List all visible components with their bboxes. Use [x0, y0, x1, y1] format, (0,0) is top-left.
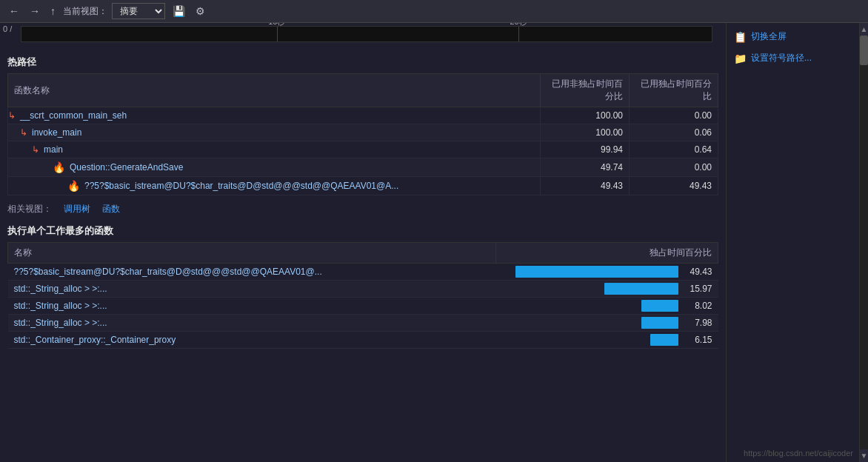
table-row[interactable]: 🔥 ??5?$basic_istream@DU?$char_traits@D@s…	[8, 177, 718, 195]
table-row[interactable]: std::_String_alloc > >:... 7.98	[8, 315, 718, 332]
col-func-name: 函数名称	[8, 74, 541, 107]
symbol-path-item[interactable]: 📁 设置符号路径...	[731, 50, 855, 66]
scrollbar-track	[860, 36, 868, 449]
exclusive-val: 49.43	[630, 177, 718, 195]
symbol-path-icon: 📁	[734, 53, 747, 64]
bar-visual	[515, 266, 678, 278]
table-row[interactable]: std::_String_alloc > >:... 15.97	[8, 281, 718, 298]
back-button[interactable]: ←	[6, 4, 22, 19]
table-row[interactable]: ↳ invoke_main 100.00 0.06	[8, 124, 718, 141]
watermark: https://blog.csdn.net/caijicoder	[744, 449, 853, 458]
table-row[interactable]: ↳ main 99.94 0.64	[8, 141, 718, 158]
forward-button[interactable]: →	[27, 4, 43, 19]
func-name-text: std::_String_alloc > >:...	[14, 284, 107, 294]
func-name-text: invoke_main	[32, 127, 81, 138]
bar-visual	[641, 300, 678, 312]
func-name-text: std::_Container_proxy::_Container_proxy	[14, 335, 176, 345]
timeline-bar: 0 / 10秒 20秒	[0, 23, 726, 51]
call-tree-link[interactable]: 调用树	[64, 203, 90, 215]
arrow-icon: ↳	[8, 110, 16, 121]
table-row[interactable]: std::_String_alloc > >:... 8.02	[8, 298, 718, 315]
table-row[interactable]: ??5?$basic_istream@DU?$char_traits@D@std…	[8, 264, 718, 281]
symbol-path-label: 设置符号路径...	[751, 52, 812, 64]
busiest-title: 执行单个工作最多的函数	[7, 224, 718, 238]
bar-value: 8.02	[684, 301, 712, 311]
hot-path-table: 函数名称 已用非独占时间百分比 已用独占时间百分比 ↳ __scrt_commo…	[7, 73, 718, 195]
busiest-table: 名称 独占时间百分比 ??5?$basic_istream@DU?$char_t…	[7, 242, 718, 349]
col-inclusive: 已用非独占时间百分比	[541, 74, 630, 107]
scrollbar-thumb	[860, 36, 868, 65]
scroll-down-arrow[interactable]: ▼	[861, 449, 868, 462]
inclusive-val: 100.00	[541, 107, 630, 124]
hot-path-section: 热路径 函数名称 已用非独占时间百分比 已用独占时间百分比	[0, 51, 726, 198]
func-name-text: main	[44, 144, 63, 155]
view-selector[interactable]: 摘要	[112, 3, 165, 19]
exclusive-val: 0.00	[630, 158, 718, 177]
exclusive-val: 0.00	[630, 107, 718, 124]
bar-value: 6.15	[684, 335, 712, 345]
bar-value: 49.43	[684, 267, 712, 277]
bar-visual	[650, 334, 678, 346]
fullscreen-label: 切换全屏	[751, 30, 787, 43]
bar-visual	[641, 317, 678, 329]
fullscreen-icon: 📋	[734, 31, 747, 43]
flame-icon: 🔥	[67, 180, 80, 192]
bar-value: 7.98	[684, 318, 712, 328]
col-exclusive: 独占时间百分比	[496, 243, 718, 264]
hot-path-title: 热路径	[7, 56, 718, 69]
busiest-section: 执行单个工作最多的函数 名称 独占时间百分比 ??5?$basic_istrea…	[0, 220, 726, 462]
arrow-icon: ↳	[32, 144, 39, 155]
inclusive-val: 99.94	[541, 141, 630, 158]
func-name-text: Question::GenerateAndSave	[70, 162, 183, 173]
related-label: 相关视图：	[7, 203, 52, 215]
content-area: 0 / 10秒 20秒 热路径 函数名称 已用非独占时间百分比 已用独	[0, 23, 726, 462]
timeline-track: 10秒 20秒	[21, 26, 712, 42]
inclusive-val: 100.00	[541, 124, 630, 141]
exclusive-val: 0.64	[630, 141, 718, 158]
arrow-icon: ↳	[20, 127, 27, 138]
functions-link[interactable]: 函数	[102, 203, 120, 215]
timeline-zero: 0 /	[3, 24, 12, 33]
flame-icon: 🔥	[53, 161, 65, 173]
current-view-label: 当前视图：	[63, 5, 107, 18]
right-sidebar: 📋 切换全屏 📁 设置符号路径...	[726, 23, 859, 462]
up-button[interactable]: ↑	[47, 4, 59, 19]
exclusive-val: 0.06	[630, 124, 718, 141]
related-views: 相关视图： 调用树 函数	[0, 198, 726, 220]
save-button[interactable]: 💾	[170, 4, 188, 19]
table-row[interactable]: ↳ __scrt_common_main_seh 100.00 0.00	[8, 107, 718, 124]
toolbar: ← → ↑ 当前视图： 摘要 💾 ⚙	[0, 0, 868, 23]
func-name-text: __scrt_common_main_seh	[20, 110, 127, 121]
fullscreen-item[interactable]: 📋 切换全屏	[731, 29, 855, 44]
func-name-text: std::_String_alloc > >:...	[14, 301, 107, 311]
func-name-text: ??5?$basic_istream@DU?$char_traits@D@std…	[14, 267, 322, 277]
bar-value: 15.97	[684, 284, 712, 294]
settings-button[interactable]: ⚙	[193, 4, 208, 19]
inclusive-val: 49.74	[541, 158, 630, 177]
inclusive-val: 49.43	[541, 177, 630, 195]
table-row[interactable]: 🔥 Question::GenerateAndSave 49.74 0.00	[8, 158, 718, 177]
table-row[interactable]: std::_Container_proxy::_Container_proxy …	[8, 332, 718, 349]
right-scrollbar[interactable]: ▲ ▼	[859, 23, 868, 462]
scroll-up-arrow[interactable]: ▲	[861, 23, 868, 36]
col-exclusive: 已用独占时间百分比	[630, 74, 718, 107]
func-name-text: std::_String_alloc > >:...	[14, 318, 107, 328]
func-name-text: ??5?$basic_istream@DU?$char_traits@D@std…	[84, 181, 398, 191]
bar-visual	[604, 283, 678, 295]
col-name: 名称	[8, 243, 496, 264]
